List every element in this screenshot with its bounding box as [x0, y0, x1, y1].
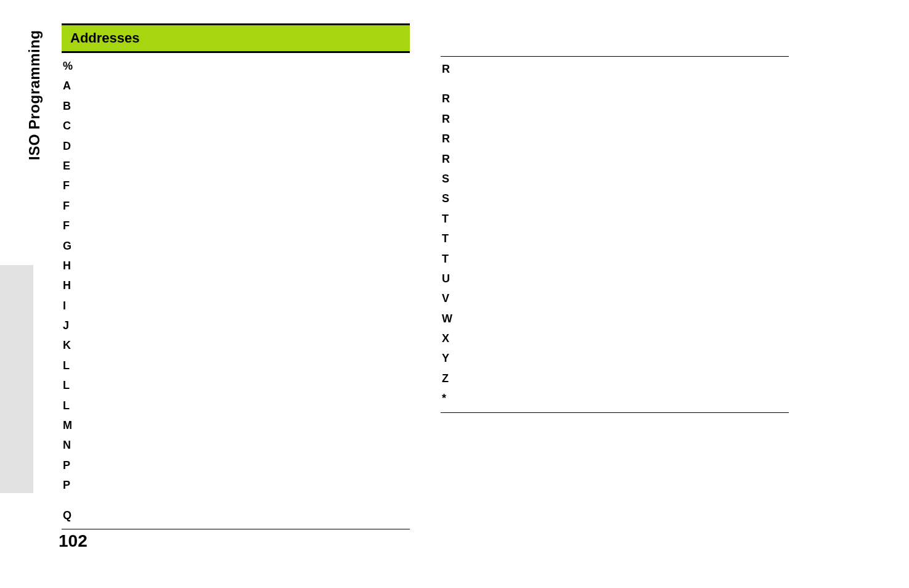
address-letter: Y — [441, 348, 789, 368]
address-letter: J — [62, 316, 410, 335]
address-letter: K — [62, 335, 410, 355]
address-column-right: RRRRRSSTTTUVWXYZ* — [441, 56, 789, 529]
address-letter: X — [441, 329, 789, 348]
address-letter: A — [62, 76, 410, 96]
address-letter: C — [62, 116, 410, 136]
address-letter: S — [441, 189, 789, 208]
address-letter: R — [441, 129, 789, 149]
spacer — [441, 79, 789, 89]
address-letter: T — [441, 249, 789, 269]
address-letter: E — [62, 156, 410, 176]
address-letter: R — [441, 89, 789, 108]
left-sidebar: ISO Programming — [0, 0, 37, 588]
address-letter: H — [62, 256, 410, 276]
address-letter: H — [62, 276, 410, 295]
address-letter: F — [62, 176, 410, 195]
address-letter: * — [441, 388, 789, 408]
address-letter: R — [441, 59, 789, 79]
address-letter: Q — [62, 505, 410, 525]
grey-tab-block — [0, 265, 33, 493]
section-header-title: Addresses — [70, 30, 401, 46]
address-letter: B — [62, 96, 410, 116]
address-letter: L — [62, 396, 410, 415]
page-number: 102 — [59, 531, 88, 551]
address-letter: P — [62, 455, 410, 475]
address-letter: M — [62, 415, 410, 435]
address-column-left: %ABCDEFFFGHHIJKLLLMNPPQ — [62, 56, 410, 529]
address-letter: L — [62, 375, 410, 395]
address-letter: F — [62, 196, 410, 216]
address-letter: R — [441, 149, 789, 169]
address-letter: F — [62, 216, 410, 235]
main-content: Addresses %ABCDEFFFGHHIJKLLLMNPPQ RRRRRS… — [62, 23, 798, 529]
address-letter: U — [441, 269, 789, 288]
address-letter: N — [62, 435, 410, 455]
address-letter: V — [441, 288, 789, 308]
address-letter: % — [62, 56, 410, 76]
address-letter: R — [441, 109, 789, 129]
address-letter: D — [62, 136, 410, 156]
spacer — [62, 496, 410, 505]
side-section-label: ISO Programming — [26, 30, 43, 160]
section-header-box: Addresses — [62, 23, 410, 53]
address-columns: %ABCDEFFFGHHIJKLLLMNPPQ RRRRRSSTTTUVWXYZ… — [62, 56, 798, 529]
address-letter: T — [441, 229, 789, 248]
address-letter: S — [441, 169, 789, 189]
address-letter: L — [62, 356, 410, 375]
address-letter: G — [62, 236, 410, 256]
address-letter: I — [62, 296, 410, 316]
address-letter: T — [441, 209, 789, 229]
address-letter: W — [441, 309, 789, 329]
address-letter: Z — [441, 369, 789, 388]
address-letter: P — [62, 475, 410, 495]
